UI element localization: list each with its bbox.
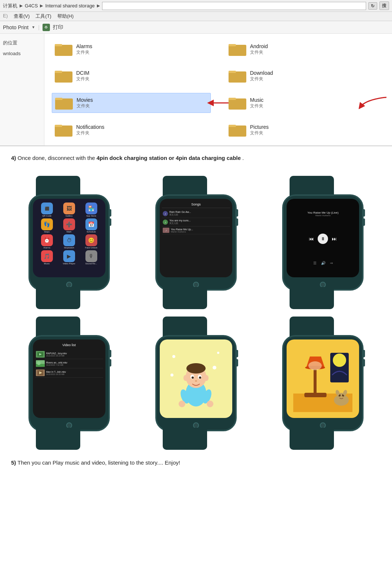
folder-movies-name: Movies — [77, 97, 93, 103]
svg-point-24 — [37, 361, 41, 365]
folder-movies[interactable]: Movies 文件夹 — [52, 93, 211, 113]
folder-download-name: Download — [250, 70, 273, 76]
folder-dcim[interactable]: DCIM 文件夹 — [52, 66, 211, 86]
refresh-button[interactable]: ↻ — [368, 2, 377, 10]
folder-notifications-icon — [55, 123, 72, 137]
svg-rect-6 — [229, 71, 246, 83]
svg-rect-23 — [36, 364, 45, 367]
svg-point-41 — [183, 375, 188, 381]
player-artist: Martin Hurkens — [315, 214, 331, 217]
watch-screen-cartoon-room — [287, 339, 359, 418]
svg-point-55 — [333, 354, 346, 367]
breadcrumb-g4cs[interactable]: G4CS — [25, 3, 38, 9]
strap-bottom-4 — [36, 428, 80, 450]
arrow-2: ▶ — [40, 3, 43, 8]
app-face-unlock: 😊 Face Unlock — [81, 234, 102, 249]
svg-point-31 — [213, 366, 216, 369]
watch-cartoon-boy-outer — [144, 317, 248, 450]
prev-button[interactable]: ⏮ — [309, 236, 314, 242]
video-item-rapunzel: RAPUNZ...tory.mkv 3/13/2023 28.16 MB — [35, 350, 103, 359]
app-alarms: ⏰ Alarms — [37, 234, 57, 249]
folder-notifications-name: Notifications — [76, 124, 104, 130]
app-steps: 👣 Steps — [37, 218, 57, 233]
watch-apps-outer: ⬛ QR Code 🖼 Gallery 🏪 App Store — [17, 176, 121, 309]
breadcrumb-storage[interactable]: Internal shared storage — [45, 3, 95, 9]
step5-content: Then you can Play music and video, liste… — [17, 459, 180, 466]
side-btn-top-5 — [236, 350, 238, 357]
svg-rect-11 — [229, 98, 246, 110]
folder-android[interactable]: Android 文件夹 — [226, 40, 385, 59]
sidebar-item-downloads[interactable]: wnloads — [3, 51, 41, 56]
step4-text-end: . — [242, 155, 244, 161]
watch-body-3: You Raise Me Up (Live) Martin Hurkens ⏮ … — [282, 194, 364, 291]
app-sound-rec: 🎙 Sound Re... — [81, 250, 102, 265]
breadcrumb-computer[interactable]: 计算机 — [3, 3, 17, 9]
step4-text-before: Once done, disconnect with the — [18, 155, 97, 161]
watch-screen-music-list: Songs ♪ Rain Rain Go Aw... 英文儿歌 ♪ You ar — [160, 199, 232, 277]
svg-point-29 — [172, 355, 175, 358]
video-list-header: Video list — [35, 342, 103, 348]
app-math: ➕ Math — [59, 218, 80, 233]
svg-point-39 — [199, 376, 201, 379]
strap-bottom-2 — [163, 287, 207, 309]
play-pause-button[interactable]: ⏸ — [318, 234, 328, 244]
app-stopwatch: ⏱ Stopwatch — [59, 234, 80, 249]
folder-dcim-icon — [55, 68, 72, 83]
side-btn-top-2 — [236, 209, 238, 217]
svg-rect-4 — [55, 71, 72, 83]
side-btn-mid-4 — [109, 359, 111, 366]
svg-rect-49 — [314, 368, 317, 394]
app-grid: ⬛ QR Code 🖼 Gallery 🏪 App Store — [35, 201, 103, 266]
watch-music-player-outer: You Raise Me Up (Live) Martin Hurkens ⏮ … — [271, 176, 375, 309]
menu-item-view[interactable]: 查看(V) — [14, 13, 30, 20]
folder-alarms-name: Alarms — [76, 43, 92, 49]
folder-music-name: Music — [250, 97, 264, 103]
sidebar-item-location[interactable]: 的位置 — [3, 40, 41, 46]
svg-rect-3 — [229, 44, 236, 46]
side-btn-mid-5 — [236, 359, 238, 366]
step4-number: 4) — [11, 155, 16, 161]
strap-bottom-5 — [163, 428, 207, 450]
folder-notifications[interactable]: Notifications 文件夹 — [52, 120, 211, 140]
folder-pictures-type: 文件夹 — [250, 130, 269, 136]
folder-download[interactable]: Download 文件夹 — [226, 66, 385, 86]
svg-point-46 — [207, 401, 213, 407]
music-item-sunshine: ♪ You are my suns... 英文儿歌 — [162, 218, 230, 227]
svg-rect-8 — [55, 98, 73, 110]
folder-android-name: Android — [250, 43, 268, 49]
photo-print-label[interactable]: Photo Print — [3, 24, 28, 30]
side-btn-mid-6 — [363, 359, 365, 366]
side-btn-top-3 — [363, 209, 365, 217]
folder-alarms[interactable]: Alarms 文件夹 — [52, 40, 211, 59]
step4-section: 4) Once done, disconnect with the 4pin d… — [0, 146, 392, 172]
svg-rect-9 — [55, 98, 62, 100]
video-list-content: Video list RAPUNZ...tory.mkv 3/13/2023 2… — [33, 339, 105, 418]
search-button[interactable]: 搜 — [379, 1, 389, 10]
menu-item-help[interactable]: 帮助(H) — [57, 13, 74, 20]
svg-text:♪: ♪ — [165, 229, 167, 232]
sidebar-panel: 的位置 wnloads — [0, 34, 44, 145]
folder-alarms-icon — [55, 42, 72, 57]
watch-apps: ⬛ QR Code 🖼 Gallery 🏪 App Store — [7, 176, 131, 309]
watch-cartoon-room-outer — [271, 317, 375, 450]
watch-screen-cartoon-boy — [160, 339, 232, 418]
watch-body-1: ⬛ QR Code 🖼 Gallery 🏪 App Store — [28, 194, 110, 291]
toolbar-dropdown-arrow[interactable]: ▼ — [31, 25, 35, 29]
folder-music[interactable]: Music 文件夹 — [226, 93, 385, 113]
watch-screen-video-list: Video list RAPUNZ...tory.mkv 3/13/2023 2… — [33, 339, 105, 418]
svg-rect-7 — [229, 71, 236, 73]
menu-item-tools[interactable]: 工具(T) — [36, 13, 51, 20]
explorer-bar: 计算机 ▶ G4CS ▶ Internal shared storage ▶ ↻… — [0, 0, 392, 12]
path-input[interactable] — [102, 2, 366, 10]
cartoon-room-content — [287, 339, 359, 418]
folder-music-icon — [229, 96, 246, 110]
folder-dcim-type: 文件夹 — [76, 76, 89, 82]
playlist-icon: ☰ — [313, 261, 317, 265]
folder-pictures[interactable]: Pictures 文件夹 — [226, 120, 385, 140]
app-qrcode: ⬛ QR Code — [37, 203, 57, 217]
side-btn-top-6 — [363, 350, 365, 357]
next-button[interactable]: ⏭ — [332, 236, 337, 242]
folder-pictures-icon — [229, 123, 246, 137]
music-item-rain: ♪ Rain Rain Go Aw... 英文儿歌 — [162, 210, 230, 218]
print-label[interactable]: 打印 — [53, 24, 63, 31]
